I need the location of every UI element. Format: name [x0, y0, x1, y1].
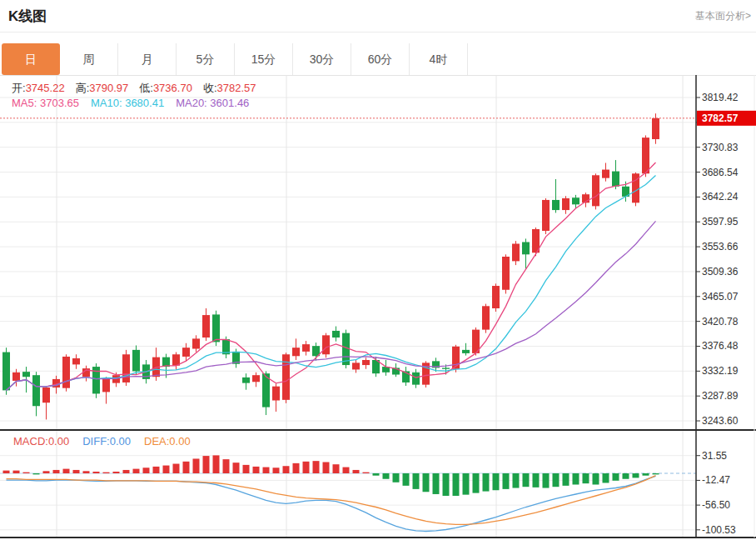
svg-text:-100.53: -100.53	[702, 524, 736, 536]
macd-bar	[623, 473, 629, 479]
tab-week[interactable]: 周	[60, 43, 118, 75]
tab-30min[interactable]: 30分	[293, 43, 351, 75]
low-label: 低:	[139, 82, 153, 94]
macd-bar	[233, 462, 240, 473]
candle	[72, 354, 80, 369]
macd-histogram	[3, 455, 659, 496]
macd-bar	[33, 473, 40, 474]
svg-text:3819.42: 3819.42	[702, 92, 739, 103]
svg-text:3420.78: 3420.78	[702, 316, 739, 328]
macd-bar	[53, 470, 60, 473]
macd-bar	[423, 473, 430, 492]
candle	[32, 372, 40, 416]
macd-bar	[383, 473, 390, 479]
candle	[272, 383, 280, 412]
macd-bar	[123, 470, 130, 473]
tab-15min[interactable]: 15分	[235, 43, 293, 75]
svg-text:3509.36: 3509.36	[702, 266, 739, 278]
tab-5min[interactable]: 5分	[177, 43, 235, 75]
macd-value: MACD:0.00	[13, 435, 69, 448]
macd-bar	[223, 459, 230, 473]
svg-text:3376.48: 3376.48	[702, 340, 739, 352]
kline-chart-canvas[interactable]: 3819.423730.833686.543642.243597.953553.…	[0, 75, 756, 540]
svg-text:-12.47: -12.47	[702, 474, 730, 486]
tab-4hour[interactable]: 4时	[410, 43, 468, 75]
macd-bar	[583, 473, 589, 483]
candle	[172, 352, 180, 370]
dea-value: DEA:0.00	[144, 435, 191, 448]
macd-bar	[593, 473, 599, 484]
candle	[322, 333, 330, 358]
macd-bar	[133, 469, 140, 473]
macd-bar	[293, 463, 300, 473]
diff-value: DIFF:0.00	[82, 435, 131, 448]
candle	[512, 241, 520, 265]
macd-bar	[333, 464, 340, 473]
svg-text:3553.66: 3553.66	[702, 241, 739, 252]
candles	[2, 113, 659, 419]
tab-60min[interactable]: 60分	[351, 43, 410, 75]
macd-bar	[473, 473, 480, 493]
macd-bar	[173, 464, 180, 473]
macd-bar	[3, 471, 10, 473]
macd-bar	[143, 468, 150, 473]
candle	[422, 361, 430, 388]
macd-bar	[513, 473, 520, 488]
macd-bar	[643, 473, 649, 476]
ma-overlay: MA5: 3703.65MA10: 3680.41MA20: 3601.46	[12, 97, 249, 109]
fundamental-analysis-link[interactable]: 基本面分析>	[695, 9, 751, 23]
macd-bar	[563, 473, 569, 486]
macd-bar	[13, 471, 20, 473]
svg-text:3730.83: 3730.83	[702, 142, 739, 153]
close-value: 3782.57	[217, 82, 256, 94]
macd-overlay: MACD:0.00DIFF:0.00DEA:0.00	[13, 435, 191, 448]
candle	[102, 377, 110, 403]
open-value: 3745.22	[26, 82, 65, 94]
macd-bar	[73, 470, 80, 473]
high-label: 高:	[76, 82, 90, 94]
candle	[552, 179, 560, 212]
candle	[542, 198, 550, 234]
macd-bar	[63, 469, 70, 473]
candle	[562, 196, 569, 214]
candle	[302, 341, 310, 356]
macd-bar	[113, 472, 120, 473]
macd-bar	[93, 472, 100, 473]
ma10-value: MA10: 3680.41	[91, 97, 164, 109]
page-title: K线图	[8, 7, 47, 26]
macd-bar	[43, 471, 50, 473]
svg-text:3782.57: 3782.57	[702, 112, 739, 124]
candle	[472, 328, 480, 356]
svg-text:3243.60: 3243.60	[702, 415, 739, 427]
candle	[82, 366, 90, 382]
macd-bar	[83, 471, 90, 473]
low-value: 3736.70	[153, 82, 192, 94]
candle	[42, 386, 50, 419]
candle	[192, 335, 200, 352]
candle	[362, 358, 370, 368]
macd-bar	[303, 462, 310, 473]
page-header: K线图 基本面分析>	[0, 0, 756, 32]
macd-y-axis: 31.55-12.47-56.50-100.53	[696, 450, 736, 536]
macd-bar	[353, 470, 360, 473]
svg-text:3686.54: 3686.54	[702, 167, 739, 178]
tab-day[interactable]: 日	[2, 43, 60, 75]
macd-bar	[103, 472, 110, 473]
macd-bar	[523, 473, 530, 487]
ohlc-overlay: 开:3745.22高:3790.97低:3736.70收:3782.57	[12, 81, 267, 96]
macd-bar	[393, 473, 400, 482]
candle	[462, 343, 470, 356]
svg-text:3597.95: 3597.95	[702, 216, 739, 228]
macd-bar	[443, 473, 450, 496]
candle	[402, 367, 410, 386]
macd-bar	[403, 473, 410, 486]
svg-text:3332.19: 3332.19	[702, 365, 739, 377]
macd-bar	[503, 473, 510, 489]
candle	[122, 350, 130, 386]
macd-bar	[253, 467, 260, 473]
tab-month[interactable]: 月	[118, 43, 177, 75]
macd-bar	[553, 473, 560, 487]
macd-bar	[203, 456, 210, 473]
candle	[382, 360, 390, 376]
candle	[492, 283, 500, 312]
